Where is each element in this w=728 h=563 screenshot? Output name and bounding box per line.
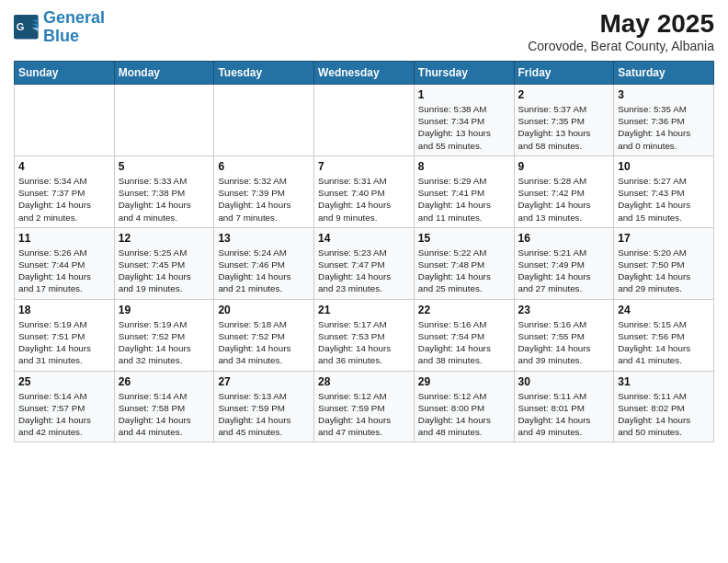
cell-3-3: 21Sunrise: 5:17 AM Sunset: 7:53 PM Dayli… — [314, 299, 415, 371]
day-info: Sunrise: 5:22 AM Sunset: 7:48 PM Dayligh… — [418, 247, 510, 295]
cell-0-2 — [214, 85, 314, 156]
day-info: Sunrise: 5:29 AM Sunset: 7:41 PM Dayligh… — [418, 175, 510, 224]
title-area: May 2025 Corovode, Berat County, Albania — [528, 9, 714, 53]
day-number: 27 — [218, 375, 310, 388]
day-number: 7 — [318, 160, 410, 173]
cell-3-6: 24Sunrise: 5:15 AM Sunset: 7:56 PM Dayli… — [614, 299, 714, 371]
day-number: 12 — [119, 232, 210, 245]
week-row-3: 18Sunrise: 5:19 AM Sunset: 7:51 PM Dayli… — [15, 299, 714, 371]
header: G GeneralBlue May 2025 Corovode, Berat C… — [14, 9, 714, 53]
cell-1-2: 6Sunrise: 5:32 AM Sunset: 7:39 PM Daylig… — [214, 155, 314, 227]
day-number: 21 — [318, 304, 410, 316]
day-number: 14 — [318, 232, 410, 245]
cell-3-1: 19Sunrise: 5:19 AM Sunset: 7:52 PM Dayli… — [114, 299, 214, 371]
cell-1-1: 5Sunrise: 5:33 AM Sunset: 7:38 PM Daylig… — [114, 155, 214, 227]
cell-2-3: 14Sunrise: 5:23 AM Sunset: 7:47 PM Dayli… — [314, 227, 415, 299]
col-wednesday: Wednesday — [314, 62, 415, 85]
day-number: 9 — [518, 160, 610, 173]
day-info: Sunrise: 5:11 AM Sunset: 8:02 PM Dayligh… — [618, 390, 710, 439]
col-thursday: Thursday — [414, 62, 514, 85]
day-number: 5 — [119, 160, 210, 173]
day-number: 24 — [618, 304, 710, 316]
day-info: Sunrise: 5:16 AM Sunset: 7:54 PM Dayligh… — [418, 318, 510, 367]
cell-3-5: 23Sunrise: 5:16 AM Sunset: 7:55 PM Dayli… — [514, 299, 614, 371]
day-info: Sunrise: 5:24 AM Sunset: 7:46 PM Dayligh… — [218, 247, 310, 295]
cell-2-2: 13Sunrise: 5:24 AM Sunset: 7:46 PM Dayli… — [214, 227, 314, 299]
week-row-0: 1Sunrise: 5:38 AM Sunset: 7:34 PM Daylig… — [15, 85, 714, 156]
cell-4-2: 27Sunrise: 5:13 AM Sunset: 7:59 PM Dayli… — [214, 371, 314, 442]
cell-4-5: 30Sunrise: 5:11 AM Sunset: 8:01 PM Dayli… — [514, 371, 614, 442]
col-saturday: Saturday — [614, 62, 714, 85]
cell-1-3: 7Sunrise: 5:31 AM Sunset: 7:40 PM Daylig… — [314, 155, 415, 227]
cell-0-5: 2Sunrise: 5:37 AM Sunset: 7:35 PM Daylig… — [514, 85, 614, 156]
day-number: 15 — [418, 232, 510, 245]
cell-3-0: 18Sunrise: 5:19 AM Sunset: 7:51 PM Dayli… — [15, 299, 115, 371]
day-info: Sunrise: 5:38 AM Sunset: 7:34 PM Dayligh… — [418, 103, 510, 152]
day-info: Sunrise: 5:26 AM Sunset: 7:44 PM Dayligh… — [18, 247, 110, 295]
day-info: Sunrise: 5:35 AM Sunset: 7:36 PM Dayligh… — [618, 103, 710, 152]
day-info: Sunrise: 5:27 AM Sunset: 7:43 PM Dayligh… — [618, 175, 710, 224]
cell-4-1: 26Sunrise: 5:14 AM Sunset: 7:58 PM Dayli… — [114, 371, 214, 442]
cell-4-3: 28Sunrise: 5:12 AM Sunset: 7:59 PM Dayli… — [314, 371, 415, 442]
cell-1-4: 8Sunrise: 5:29 AM Sunset: 7:41 PM Daylig… — [414, 155, 514, 227]
svg-text:G: G — [17, 21, 25, 32]
day-info: Sunrise: 5:19 AM Sunset: 7:51 PM Dayligh… — [18, 318, 110, 367]
cell-1-6: 10Sunrise: 5:27 AM Sunset: 7:43 PM Dayli… — [614, 155, 714, 227]
cell-3-4: 22Sunrise: 5:16 AM Sunset: 7:54 PM Dayli… — [414, 299, 514, 371]
day-number: 16 — [518, 232, 610, 245]
day-number: 31 — [618, 375, 710, 388]
cell-0-4: 1Sunrise: 5:38 AM Sunset: 7:34 PM Daylig… — [414, 85, 514, 156]
day-number: 6 — [218, 160, 310, 173]
cell-2-4: 15Sunrise: 5:22 AM Sunset: 7:48 PM Dayli… — [414, 227, 514, 299]
day-info: Sunrise: 5:37 AM Sunset: 7:35 PM Dayligh… — [518, 103, 610, 152]
logo: G GeneralBlue — [14, 9, 105, 46]
day-number: 18 — [18, 304, 110, 316]
day-info: Sunrise: 5:18 AM Sunset: 7:52 PM Dayligh… — [218, 318, 310, 367]
day-number: 22 — [418, 304, 510, 316]
day-number: 20 — [218, 304, 310, 316]
day-number: 23 — [518, 304, 610, 316]
day-info: Sunrise: 5:12 AM Sunset: 8:00 PM Dayligh… — [418, 390, 510, 439]
cell-2-5: 16Sunrise: 5:21 AM Sunset: 7:49 PM Dayli… — [514, 227, 614, 299]
day-number: 25 — [18, 375, 110, 388]
cell-4-0: 25Sunrise: 5:14 AM Sunset: 7:57 PM Dayli… — [15, 371, 115, 442]
cell-2-1: 12Sunrise: 5:25 AM Sunset: 7:45 PM Dayli… — [114, 227, 214, 299]
cell-0-1 — [114, 85, 214, 156]
col-monday: Monday — [114, 62, 214, 85]
logo-icon: G — [14, 15, 40, 40]
cell-1-5: 9Sunrise: 5:28 AM Sunset: 7:42 PM Daylig… — [514, 155, 614, 227]
day-number: 8 — [418, 160, 510, 173]
day-number: 29 — [418, 375, 510, 388]
header-row: Sunday Monday Tuesday Wednesday Thursday… — [15, 62, 714, 85]
day-info: Sunrise: 5:25 AM Sunset: 7:45 PM Dayligh… — [119, 247, 210, 295]
cell-1-0: 4Sunrise: 5:34 AM Sunset: 7:37 PM Daylig… — [15, 155, 115, 227]
day-info: Sunrise: 5:33 AM Sunset: 7:38 PM Dayligh… — [119, 175, 210, 224]
page: G GeneralBlue May 2025 Corovode, Berat C… — [0, 0, 728, 563]
cell-3-2: 20Sunrise: 5:18 AM Sunset: 7:52 PM Dayli… — [214, 299, 314, 371]
day-info: Sunrise: 5:14 AM Sunset: 7:58 PM Dayligh… — [119, 390, 210, 439]
cell-2-0: 11Sunrise: 5:26 AM Sunset: 7:44 PM Dayli… — [15, 227, 115, 299]
cell-0-3 — [314, 85, 415, 156]
cell-2-6: 17Sunrise: 5:20 AM Sunset: 7:50 PM Dayli… — [614, 227, 714, 299]
calendar-table: Sunday Monday Tuesday Wednesday Thursday… — [14, 61, 714, 442]
day-number: 2 — [518, 88, 610, 101]
day-info: Sunrise: 5:15 AM Sunset: 7:56 PM Dayligh… — [618, 318, 710, 367]
col-sunday: Sunday — [15, 62, 115, 85]
day-info: Sunrise: 5:11 AM Sunset: 8:01 PM Dayligh… — [518, 390, 610, 439]
calendar-body: 1Sunrise: 5:38 AM Sunset: 7:34 PM Daylig… — [15, 85, 714, 442]
day-info: Sunrise: 5:32 AM Sunset: 7:39 PM Dayligh… — [218, 175, 310, 224]
day-info: Sunrise: 5:21 AM Sunset: 7:49 PM Dayligh… — [518, 247, 610, 295]
day-info: Sunrise: 5:19 AM Sunset: 7:52 PM Dayligh… — [119, 318, 210, 367]
day-number: 13 — [218, 232, 310, 245]
day-info: Sunrise: 5:31 AM Sunset: 7:40 PM Dayligh… — [318, 175, 410, 224]
day-number: 26 — [119, 375, 210, 388]
day-info: Sunrise: 5:28 AM Sunset: 7:42 PM Dayligh… — [518, 175, 610, 224]
week-row-2: 11Sunrise: 5:26 AM Sunset: 7:44 PM Dayli… — [15, 227, 714, 299]
day-number: 17 — [618, 232, 710, 245]
day-number: 11 — [18, 232, 110, 245]
cell-0-6: 3Sunrise: 5:35 AM Sunset: 7:36 PM Daylig… — [614, 85, 714, 156]
week-row-1: 4Sunrise: 5:34 AM Sunset: 7:37 PM Daylig… — [15, 155, 714, 227]
day-info: Sunrise: 5:14 AM Sunset: 7:57 PM Dayligh… — [18, 390, 110, 439]
day-info: Sunrise: 5:34 AM Sunset: 7:37 PM Dayligh… — [18, 175, 110, 224]
day-number: 30 — [518, 375, 610, 388]
